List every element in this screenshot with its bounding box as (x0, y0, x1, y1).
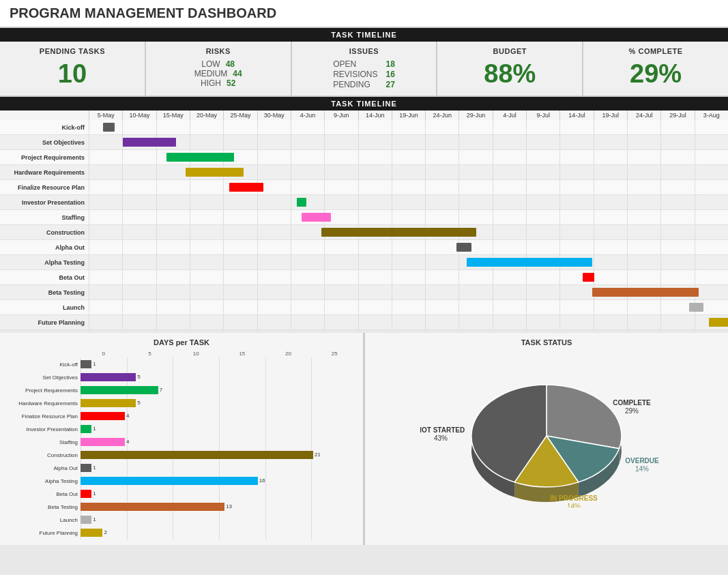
gantt-task-name: Launch (0, 304, 89, 311)
bar-task-label: Beta Testing (5, 504, 81, 510)
gantt-date-label: 24-Jul (627, 110, 660, 120)
bar-value: 1 (93, 465, 96, 471)
gantt-track (89, 270, 728, 285)
gantt-row: Launch (0, 300, 728, 315)
bar-row: Launch1 (5, 514, 358, 526)
svg-text:29%: 29% (625, 407, 639, 415)
gantt-date-label: 4-Jul (493, 110, 526, 120)
page-title: PROGRAM MANAGEMENT DASHBOARD (0, 0, 728, 28)
bar-fill (81, 438, 125, 446)
issue-label: PENDING (333, 80, 370, 89)
bar-task-label: Kick-off (5, 362, 81, 368)
gantt-bar (583, 273, 594, 282)
gantt-row: Hardware Requirements (0, 165, 728, 180)
bar-task-label: Beta Out (5, 491, 81, 497)
gantt-grid-lines (89, 210, 728, 225)
bar-value: 4 (126, 439, 129, 445)
gantt-bar (321, 228, 476, 237)
bar-value: 1 (93, 426, 96, 432)
gantt-date-label: 3-Aug (695, 110, 728, 120)
gantt-grid-lines (89, 315, 728, 330)
kpi-pending-label: PENDING TASKS (3, 47, 142, 55)
gantt-track (89, 300, 728, 315)
kpi-row: PENDING TASKS 10 RISKS LOW48MEDIUM44HIGH… (0, 42, 728, 97)
bar-row: Construction21 (5, 449, 358, 461)
gantt-date-label: 24-Jun (425, 110, 458, 120)
gantt-grid-lines (89, 270, 728, 285)
bar-row: Staffing4 (5, 436, 358, 448)
bar-task-label: Alpha Testing (5, 478, 81, 484)
issue-label: OPEN (333, 59, 356, 69)
gantt-container: 5-May10-May15-May20-May25-May30-May4-Jun… (0, 110, 728, 330)
gantt-grid-lines (89, 300, 728, 315)
gantt-task-name: Beta Out (0, 274, 89, 281)
kpi-complete-value: 29% (586, 59, 725, 89)
gantt-track (89, 210, 728, 225)
risk-value: 44 (233, 69, 242, 78)
gantt-track (89, 285, 728, 300)
bar-track: 4 (81, 412, 358, 420)
kpi-issues-grid: OPEN18REVISIONS16PENDING27 (333, 59, 395, 90)
bar-task-label: Hardware Requirements (5, 400, 81, 407)
bar-axis-label: 10 (173, 351, 219, 357)
risk-value: 48 (226, 59, 235, 69)
bar-task-label: Finalize Resource Plan (5, 413, 81, 419)
bar-track: 4 (81, 438, 358, 446)
bar-value: 1 (93, 361, 96, 367)
bar-fill (81, 503, 224, 511)
kpi-risks-grid: LOW48MEDIUM44HIGH52 (194, 59, 242, 88)
gantt-row: Alpha Testing (0, 255, 728, 270)
gantt-task-name: Project Requirements (0, 154, 89, 161)
bar-track: 7 (81, 386, 358, 394)
bar-task-label: Investor Presentation (5, 426, 81, 432)
gantt-task-name: Set Objectives (0, 139, 89, 146)
gantt-track (89, 315, 728, 330)
bar-task-label: Project Requirements (5, 387, 81, 394)
bar-task-label: Set Objectives (5, 374, 81, 381)
gantt-row: Future Planning (0, 315, 728, 330)
gantt-task-name: Beta Testing (0, 289, 89, 296)
gantt-date-label: 14-Jun (358, 110, 392, 120)
risk-label: HIGH (201, 78, 221, 88)
gantt-row: Kick-off (0, 120, 728, 135)
bar-row: Beta Testing13 (5, 501, 358, 513)
kpi-risks-label: RISKS (149, 47, 288, 55)
svg-text:43%: 43% (434, 434, 448, 442)
gantt-body: Kick-offSet ObjectivesProject Requiremen… (0, 120, 728, 330)
bar-axis-label: 20 (265, 351, 312, 357)
bar-task-label: Construction (5, 452, 81, 458)
bar-track: 13 (81, 503, 358, 511)
gantt-track (89, 255, 728, 270)
gantt-task-name: Staffing (0, 214, 89, 221)
bottom-panels: DAYS per TASK 0510152025 Kick-off1Set Ob… (0, 333, 728, 545)
bar-value: 5 (137, 400, 140, 406)
bar-fill (81, 373, 136, 381)
bar-track: 1 (81, 490, 358, 498)
gantt-date-label: 10-May (122, 110, 156, 120)
gantt-bar (302, 213, 331, 222)
issue-value: 18 (385, 59, 394, 69)
bar-chart-panel: DAYS per TASK 0510152025 Kick-off1Set Ob… (0, 333, 365, 545)
bar-row: Beta Out1 (5, 488, 358, 500)
gantt-section: 5-May10-May15-May20-May25-May30-May4-Jun… (0, 110, 728, 330)
svg-text:14%: 14% (635, 465, 649, 473)
gantt-task-name: Alpha Testing (0, 259, 89, 266)
gantt-row: Construction (0, 225, 728, 240)
gantt-date-label: 9-Jul (526, 110, 559, 120)
bar-row: Investor Presentation1 (5, 423, 358, 435)
gantt-bar (123, 138, 176, 147)
bar-value: 4 (126, 413, 129, 419)
bar-value: 1 (93, 516, 96, 522)
gantt-date-label: 15-May (156, 110, 190, 120)
bar-fill (81, 529, 102, 537)
bar-row: Alpha Testing16 (5, 475, 358, 487)
gantt-task-name: Construction (0, 229, 89, 236)
gantt-task-name: Future Planning (0, 319, 89, 326)
kpi-risks: RISKS LOW48MEDIUM44HIGH52 (146, 42, 292, 95)
gantt-bar (709, 318, 728, 327)
gantt-task-name: Alpha Out (0, 244, 89, 251)
gantt-track (89, 240, 728, 255)
bar-row: Set Objectives5 (5, 371, 358, 383)
bar-task-label: Alpha Out (5, 465, 81, 471)
issue-value: 16 (385, 70, 394, 79)
